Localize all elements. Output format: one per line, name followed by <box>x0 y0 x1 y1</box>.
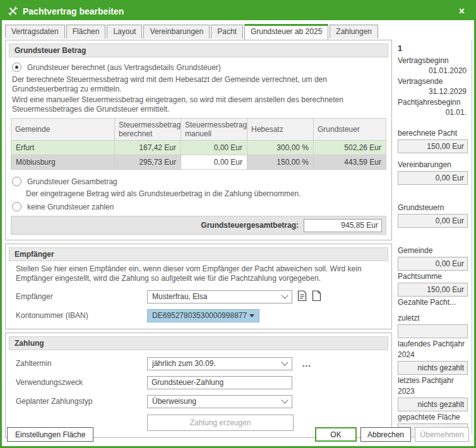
crossed-tools-icon <box>8 6 18 16</box>
radio-keine-label: keine Grundsteuer zahlen <box>27 203 114 211</box>
cell-grundsteuer: 443,59 Eur <box>314 155 386 170</box>
radio-button-selected[interactable] <box>12 62 21 72</box>
radio-keine-grundsteuer[interactable]: keine Grundsteuer zahlen <box>6 200 391 213</box>
col-steuermessbetrag-berechnet[interactable]: Steuermessbetrag berechnet <box>115 119 181 141</box>
summary-side-panel: 1 Vertragsbeginn 01.01.2020 Vertragsende… <box>393 40 472 434</box>
pachtjahresbeginn-label: Pachtjahresbeginn <box>398 97 468 107</box>
window-title: Pachtvertrag bearbeiten <box>23 6 455 16</box>
record-index: 1 <box>398 44 468 53</box>
verwendungszweck-label: Verwendungszweck <box>16 378 147 387</box>
dropdown-arrow-icon <box>249 314 254 317</box>
radio-grundsteuer-gesamtbetrag[interactable]: Grundsteuer Gesambetrag <box>6 175 391 188</box>
grundsteuergesamtbetrag-bar: Grundsteuergesamtbetrag: <box>11 216 386 235</box>
main-column: Grundsteuer Betrag Grundsteuer berechnet… <box>5 40 392 441</box>
close-icon[interactable]: × <box>455 6 468 16</box>
iban-combobox-value: DE69527803530000998877 <box>152 311 247 320</box>
radio-button[interactable] <box>12 202 21 211</box>
gezahlte-pacht-label: Gezahlte Pacht... <box>398 297 468 307</box>
cell-gemeinde: Möbiusburg <box>11 155 115 170</box>
tab-vertragsdaten[interactable]: Vertragsdaten <box>5 25 65 38</box>
new-document-icon[interactable] <box>312 290 321 304</box>
radio-gesamtbetrag-label: Grundsteuer Gesambetrag <box>27 177 117 186</box>
cell-hebesatz: 150,00 % <box>247 155 314 170</box>
tab-vereinbarungen[interactable]: Vereinbarungen <box>143 25 210 38</box>
empfaenger-header: Empfänger <box>9 247 388 261</box>
radio-button[interactable] <box>12 177 21 186</box>
grundsteuer-table: Gemeinde Steuermessbetrag berechnet Steu… <box>11 118 386 170</box>
zahltermin-label: Zahltermin <box>16 359 147 368</box>
zahltermin-combobox[interactable]: jährlich zum 30.09. <box>147 357 292 370</box>
abbrechen-button[interactable]: Abbrechen <box>360 427 411 442</box>
zuletzt-value <box>398 324 468 338</box>
edit-document-icon[interactable] <box>297 290 307 304</box>
cell-berechnet: 167,42 Eur <box>115 141 181 155</box>
grundsteuer-description-2: Wird eine manueller Steuermessbetrag ein… <box>6 95 391 114</box>
cell-hebesatz: 300,00 % <box>247 141 314 155</box>
iban-field-label: Kontonummer (IBAN) <box>16 311 147 320</box>
uebernehmen-button[interactable]: Übernehmen <box>415 427 469 442</box>
col-hebesatz[interactable]: Hebesatz <box>247 119 314 141</box>
cell-manuell[interactable]: 0,00 Eur <box>181 141 247 155</box>
pachtjahresbeginn-value: 01.01. <box>398 107 468 117</box>
letztes-pachtjahr-year: 2023 <box>398 386 468 396</box>
pachtsumme-label: Pachtsumme <box>398 271 468 281</box>
vereinbarungen-label: Vereinbarungen <box>398 160 468 170</box>
vertragsende-value: 31.12.2029 <box>398 86 468 97</box>
gemeinde-label: Gemeinde <box>398 245 468 256</box>
vertragsbeginn-value: 01.01.2020 <box>398 66 468 76</box>
tab-zahlungen[interactable]: Zahlungen <box>330 25 378 38</box>
dialog-content: Grundsteuer Betrag Grundsteuer berechnet… <box>2 38 474 441</box>
grundsteuern-label: Grundsteuern <box>398 203 468 213</box>
grundsteuergesamtbetrag-input[interactable] <box>304 219 382 232</box>
einstellungen-flaeche-button[interactable]: Einstellungen Fläche <box>7 427 93 442</box>
radio-grundsteuer-berechnet[interactable]: Grundsteuer berechnet (aus Vertragsdetai… <box>6 61 391 74</box>
laufendes-pachtjahr-label: laufendes Pachtjahr <box>398 339 468 349</box>
grundsteuer-betrag-group: Grundsteuer Betrag Grundsteuer berechnet… <box>5 40 392 240</box>
grundsteuer-betrag-header: Grundsteuer Betrag <box>9 44 388 57</box>
grundsteuer-description-1: Der berechnete Steuermessbetrag wird mit… <box>6 75 391 94</box>
chevron-down-icon <box>281 292 288 298</box>
zahlungstyp-label: Geplanter Zahlungstyp <box>16 397 147 406</box>
berechnete-pacht-label: berechnete Pacht <box>398 128 468 138</box>
empfaenger-description: Stellen Sie hier einen Empfänder ein, we… <box>6 264 391 283</box>
vereinbarungen-value: 0,00 Eur <box>398 171 468 185</box>
laufendes-pachtjahr-year: 2024 <box>398 350 468 360</box>
gemeinde-value: 0,00 Eur <box>398 257 468 271</box>
cell-berechnet: 295,73 Eur <box>115 155 181 170</box>
zahlungstyp-combobox[interactable]: Überweisung <box>147 395 292 408</box>
cell-grundsteuer: 502,26 Eur <box>314 141 386 155</box>
gesamtbetrag-description: Der eingetragene Betrag wird als Grundst… <box>6 189 391 199</box>
zuletzt-label: zuletzt <box>398 313 468 323</box>
tab-pacht[interactable]: Pacht <box>211 25 243 38</box>
table-header-row: Gemeinde Steuermessbetrag berechnet Steu… <box>11 119 386 141</box>
radio-grundsteuer-berechnet-label: Grundsteuer berechnet (aus Vertragsdetai… <box>27 63 221 72</box>
cell-manuell-editable[interactable]: 0,00 Eur <box>181 155 247 170</box>
grundsteuern-value: 0,00 Eur <box>398 214 468 228</box>
vertragsende-label: Vertragsende <box>398 76 468 86</box>
tab-bar: Vertragsdaten Flächen Layout Vereinbarun… <box>2 20 474 38</box>
laufendes-pachtjahr-value: nichts gezahlt <box>398 361 468 375</box>
gepachtete-flaeche-label: gepachtete Fläche <box>398 412 468 422</box>
empfaenger-combobox[interactable]: Musterfrau, Elsa <box>147 290 292 304</box>
iban-combobox[interactable]: DE69527803530000998877 <box>147 309 259 322</box>
dialog-window: Pachtvertrag bearbeiten × Vertragsdaten … <box>0 0 476 448</box>
verwendungszweck-input[interactable] <box>147 376 292 389</box>
col-steuermessbetrag-manuell[interactable]: Steuermessbetrag manuell <box>181 119 247 141</box>
tab-layout[interactable]: Layout <box>107 25 142 38</box>
table-row-moebiusburg[interactable]: Möbiusburg 295,73 Eur 0,00 Eur 150,00 % … <box>11 155 386 170</box>
vertragsbeginn-label: Vertragsbeginn <box>398 56 468 66</box>
ok-button[interactable]: OK <box>315 427 357 442</box>
chevron-down-icon <box>281 396 288 403</box>
letztes-pachtjahr-label: letztes Pachtjahr <box>398 375 468 386</box>
grundsteuergesamtbetrag-label: Grundsteuergesamtbetrag: <box>201 221 299 230</box>
table-row-erfurt[interactable]: Erfurt 167,42 Eur 0,00 Eur 300,00 % 502,… <box>11 141 386 155</box>
more-options-button[interactable]: ... <box>302 359 311 368</box>
col-grundsteuer[interactable]: Grundsteuer <box>314 119 386 141</box>
tab-flaechen[interactable]: Flächen <box>66 25 106 38</box>
empfaenger-field-label: Empfänger <box>16 292 147 301</box>
zahltermin-value: jährlich zum 30.09. <box>152 359 216 368</box>
tab-grundsteuer-ab-2025[interactable]: Grundsteuer ab 2025 <box>244 24 328 40</box>
footer-button-bar: Einstellungen Fläche OK Abbrechen Überne… <box>7 427 469 442</box>
col-gemeinde[interactable]: Gemeinde <box>11 119 115 141</box>
empfaenger-group: Empfänger Stellen Sie hier einen Empfänd… <box>5 244 392 329</box>
